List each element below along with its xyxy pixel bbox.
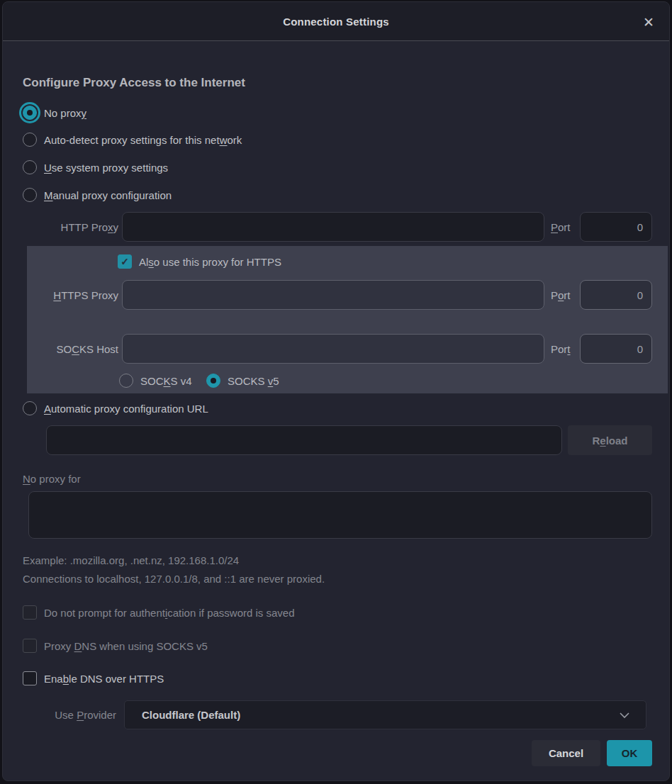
cancel-button[interactable]: Cancel <box>532 740 600 766</box>
radio-row-socks-v4[interactable]: SOCKS v4 <box>119 374 192 388</box>
socks-host-input[interactable] <box>122 334 544 364</box>
radio-system-proxy[interactable] <box>23 160 37 174</box>
https-port-input[interactable] <box>580 280 652 310</box>
radio-socks-v5[interactable] <box>206 374 220 388</box>
proxy-dns-socks5-checkbox[interactable] <box>23 639 37 653</box>
https-proxy-input[interactable] <box>122 280 544 310</box>
radio-manual-proxy-label: Manual proxy configuration <box>44 189 172 201</box>
check-icon: ✓ <box>121 257 129 267</box>
no-prompt-auth-row[interactable]: Do not prompt for authentication if pass… <box>23 605 295 620</box>
radio-manual-proxy[interactable] <box>23 188 37 202</box>
radio-no-proxy[interactable] <box>23 106 37 120</box>
use-provider-label: Use Provider <box>23 709 116 721</box>
connection-settings-dialog: Connection Settings ✕ Configure Proxy Ac… <box>2 1 670 781</box>
radio-auto-detect[interactable] <box>23 133 37 147</box>
http-port-label: Port <box>551 221 576 233</box>
radio-auto-detect-label: Auto-detect proxy settings for this netw… <box>44 134 242 146</box>
close-icon[interactable]: ✕ <box>639 13 658 31</box>
radio-row-auto-detect[interactable]: Auto-detect proxy settings for this netw… <box>23 133 242 147</box>
proxy-dns-socks5-label: Proxy DNS when using SOCKS v5 <box>44 640 208 652</box>
radio-auto-url-label: Automatic proxy configuration URL <box>44 403 208 415</box>
radio-row-system-proxy[interactable]: Use system proxy settings <box>23 160 168 174</box>
auto-url-input[interactable] <box>46 425 562 455</box>
https-proxy-label: HTTPS Proxy <box>23 289 118 301</box>
radio-no-proxy-label: No proxy <box>44 107 86 119</box>
titlebar: Connection Settings ✕ <box>3 2 669 41</box>
socks-port-input[interactable] <box>580 334 652 364</box>
radio-auto-url[interactable] <box>23 401 37 415</box>
http-proxy-input[interactable] <box>122 212 544 242</box>
chevron-down-icon <box>619 712 630 719</box>
no-proxy-for-textarea[interactable] <box>28 491 652 539</box>
dialog-title: Connection Settings <box>3 2 669 40</box>
also-https-label: Also use this proxy for HTTPS <box>139 256 281 268</box>
localhost-note-text: Connections to localhost, 127.0.0.1/8, a… <box>23 573 325 585</box>
http-proxy-label: HTTP Proxy <box>23 221 118 233</box>
no-proxy-example-text: Example: .mozilla.org, .net.nz, 192.168.… <box>23 554 239 566</box>
enable-doh-label: Enable DNS over HTTPS <box>44 673 164 685</box>
no-prompt-auth-checkbox[interactable] <box>23 605 37 620</box>
radio-row-socks-v5[interactable]: SOCKS v5 <box>206 374 279 388</box>
radio-system-proxy-label: Use system proxy settings <box>44 162 168 174</box>
provider-select[interactable]: Cloudflare (Default) <box>124 700 646 729</box>
page-title: Configure Proxy Access to the Internet <box>23 76 245 90</box>
also-https-row[interactable]: ✓ Also use this proxy for HTTPS <box>118 254 281 269</box>
socks-host-label: SOCKS Host <box>23 343 118 355</box>
radio-row-auto-url[interactable]: Automatic proxy configuration URL <box>23 401 208 415</box>
radio-row-manual-proxy[interactable]: Manual proxy configuration <box>23 188 172 202</box>
no-prompt-auth-label: Do not prompt for authentication if pass… <box>44 607 295 619</box>
radio-row-no-proxy[interactable]: No proxy <box>23 106 86 120</box>
ok-button[interactable]: OK <box>607 740 652 766</box>
enable-doh-checkbox[interactable] <box>23 671 37 685</box>
socks-port-label: Port <box>551 343 576 355</box>
radio-socks-v5-label: SOCKS v5 <box>228 375 279 387</box>
proxy-dns-socks5-row[interactable]: Proxy DNS when using SOCKS v5 <box>23 639 208 653</box>
enable-doh-row[interactable]: Enable DNS over HTTPS <box>23 671 164 685</box>
radio-socks-v4[interactable] <box>119 374 133 388</box>
http-port-input[interactable] <box>580 212 652 242</box>
also-https-checkbox[interactable]: ✓ <box>118 254 132 269</box>
https-port-label: Port <box>551 289 576 301</box>
provider-select-value: Cloudflare (Default) <box>125 709 619 721</box>
radio-socks-v4-label: SOCKS v4 <box>140 375 192 387</box>
no-proxy-for-label: No proxy for <box>23 473 81 485</box>
reload-button[interactable]: Reload <box>568 425 652 455</box>
